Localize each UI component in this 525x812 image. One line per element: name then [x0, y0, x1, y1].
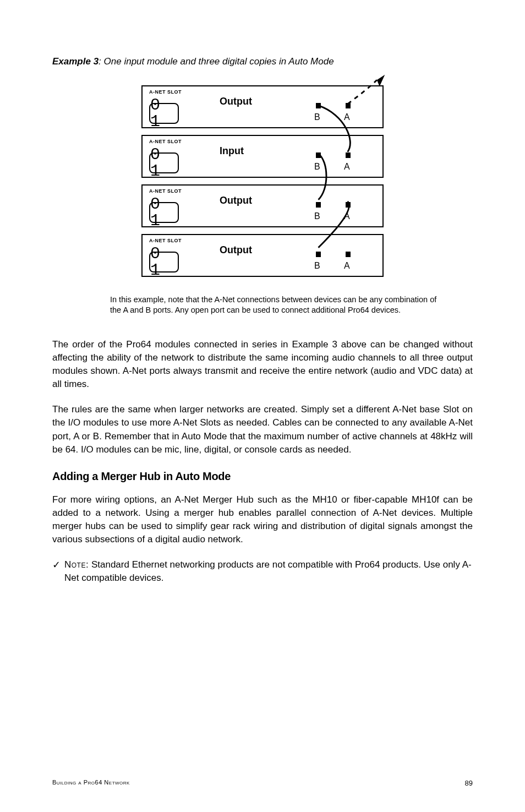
io-label: Output [220, 193, 252, 208]
example-title: Example 3: One input module and three di… [52, 55, 473, 69]
page-footer: Building a Pro64 Network 89 [52, 778, 473, 789]
diagram: A-NET SLOT 0 1 Output B A A-NET SLOT 0 1… [141, 85, 384, 277]
port-dot-icon [346, 152, 351, 158]
port-dot-icon [316, 103, 321, 108]
note-body: Note: Standard Ethernet networking produ… [64, 558, 473, 585]
port-a-label: A [344, 111, 350, 123]
port-dot-icon [316, 152, 321, 158]
port-b-label: B [314, 160, 320, 173]
slot-readout: 0 1 [149, 152, 179, 173]
port-dot-icon [346, 202, 351, 208]
port-dot-icon [346, 103, 351, 108]
port-a: A [344, 152, 352, 160]
port-b-label: B [314, 210, 320, 222]
paragraph-3: For more wiring options, an A-Net Merger… [52, 493, 473, 547]
slot-value: 0 1 [150, 97, 178, 130]
io-label: Input [220, 144, 244, 158]
slot-readout: 0 1 [149, 252, 179, 273]
page-number: 89 [465, 778, 473, 789]
diagram-caption: In this example, note that the A-Net con… [110, 295, 440, 316]
paragraph-1: The order of the Pro64 modules connected… [52, 338, 473, 391]
module-2: A-NET SLOT 0 1 Output B A [141, 184, 384, 227]
example-label: Example 3 [52, 56, 99, 67]
io-label: Output [220, 94, 252, 108]
port-a: A [344, 202, 352, 210]
note: ✓ Note: Standard Ethernet networking pro… [52, 558, 473, 585]
slot-readout: 0 1 [149, 103, 179, 124]
port-a: A [344, 252, 352, 259]
slot-label: A-NET SLOT [149, 138, 182, 145]
port-b-label: B [314, 259, 320, 272]
svg-marker-0 [377, 74, 385, 86]
check-icon: ✓ [52, 558, 64, 573]
port-a-label: A [344, 259, 350, 272]
module-0: A-NET SLOT 0 1 Output B A [141, 85, 384, 128]
note-text: Standard Ethernet networking products ar… [64, 559, 472, 583]
section-heading: Adding a Merger Hub in Auto Mode [52, 468, 473, 484]
slot-label: A-NET SLOT [149, 89, 182, 96]
port-b: B [314, 103, 322, 111]
module-3: A-NET SLOT 0 1 Output B A [141, 234, 384, 277]
port-dot-icon [316, 202, 321, 208]
slot-value: 0 1 [150, 246, 178, 279]
port-b: B [314, 202, 322, 210]
slot-value: 0 1 [150, 196, 178, 229]
module-1: A-NET SLOT 0 1 Input B A [141, 135, 384, 178]
slot-value: 0 1 [150, 146, 178, 179]
slot-label: A-NET SLOT [149, 188, 182, 195]
port-b-label: B [314, 111, 320, 123]
port-a-label: A [344, 160, 350, 173]
slot-readout: 0 1 [149, 202, 179, 223]
port-dot-icon [346, 252, 351, 257]
port-a-label: A [344, 210, 350, 222]
port-a: A [344, 103, 352, 111]
port-b: B [314, 152, 322, 160]
footer-section-title: Building a Pro64 Network [52, 778, 130, 789]
example-subtitle: : One input module and three digital cop… [99, 56, 333, 67]
port-dot-icon [316, 252, 321, 257]
note-label: Note: [64, 559, 89, 570]
port-b: B [314, 252, 322, 259]
paragraph-2: The rules are the same when larger netwo… [52, 403, 473, 456]
slot-label: A-NET SLOT [149, 237, 182, 244]
io-label: Output [220, 243, 252, 257]
